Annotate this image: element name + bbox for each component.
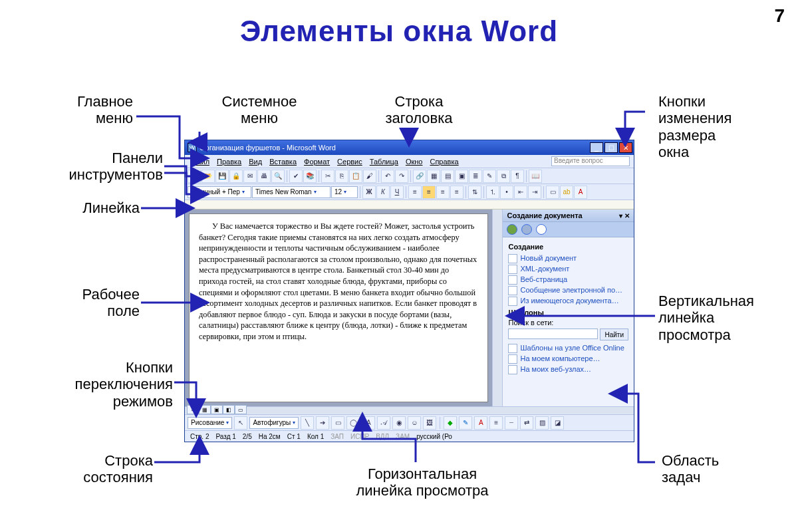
help-question-box[interactable]: Введите вопрос xyxy=(551,156,630,166)
diagram-icon[interactable]: ◉ xyxy=(392,416,406,430)
link-on-websites[interactable]: На моих веб-узлах… xyxy=(508,364,628,374)
open-icon[interactable]: 📂 xyxy=(201,170,215,183)
menu-tools[interactable]: Сервис xyxy=(334,157,365,166)
clipart-icon[interactable]: ☺ xyxy=(408,416,421,430)
font-color-icon[interactable]: A xyxy=(574,186,587,199)
normal-view-icon[interactable]: ≡ xyxy=(187,405,199,414)
align-left-icon[interactable]: ≡ xyxy=(408,186,422,199)
font-size-combo[interactable]: 12▾ xyxy=(331,186,358,198)
align-justify-icon[interactable]: ≡ xyxy=(450,186,464,199)
showall-icon[interactable]: ¶ xyxy=(511,170,524,183)
reading-view-icon[interactable]: ▭ xyxy=(235,405,247,414)
link-email[interactable]: Сообщение электронной по… xyxy=(508,285,628,295)
research-icon[interactable]: 📚 xyxy=(303,170,317,183)
copy-icon[interactable]: ⎘ xyxy=(335,170,348,183)
cut-icon[interactable]: ✂ xyxy=(321,170,334,183)
line-spacing-icon[interactable]: ⇅ xyxy=(468,186,481,199)
taskpane-close-icon[interactable]: ▾ ✕ xyxy=(619,212,630,219)
link-office-online[interactable]: Шаблоны на узле Office Online xyxy=(508,342,628,353)
bullets-icon[interactable]: • xyxy=(500,186,513,199)
oval-icon[interactable]: ◯ xyxy=(346,416,360,430)
outdent-icon[interactable]: ⇤ xyxy=(514,186,527,199)
menu-table[interactable]: Таблица xyxy=(367,157,401,166)
indent-icon[interactable]: ⇥ xyxy=(528,186,541,199)
insert-table-icon[interactable]: ▤ xyxy=(441,170,454,183)
font-combo[interactable]: Times New Roman▾ xyxy=(252,186,331,198)
rect-icon[interactable]: ▭ xyxy=(331,416,344,430)
underline-icon[interactable]: Ч xyxy=(390,186,404,199)
tables-borders-icon[interactable]: ▦ xyxy=(427,170,440,183)
line-color-icon[interactable]: ✎ xyxy=(459,416,472,430)
menu-format[interactable]: Формат xyxy=(301,157,332,166)
vertical-scrollbar[interactable] xyxy=(492,209,503,406)
read-icon[interactable]: 📖 xyxy=(529,170,542,183)
line-icon[interactable]: ╲ xyxy=(301,416,314,430)
italic-icon[interactable]: К xyxy=(376,186,390,199)
arrow-icon[interactable]: ➔ xyxy=(316,416,329,430)
dash-style-icon[interactable]: ┄ xyxy=(505,416,518,430)
highlight-icon[interactable]: ab xyxy=(560,186,573,199)
shadow-icon[interactable]: ▨ xyxy=(535,416,549,430)
forward-icon[interactable] xyxy=(521,224,532,235)
font-color-draw-icon[interactable]: A xyxy=(474,416,487,430)
picture-icon[interactable]: 🖼 xyxy=(423,416,436,430)
line-style-icon[interactable]: ≡ xyxy=(489,416,503,430)
app-icon[interactable]: W xyxy=(188,143,197,152)
undo-icon[interactable]: ↶ xyxy=(381,170,394,183)
arrow-style-icon[interactable]: ⇄ xyxy=(520,416,533,430)
redo-icon[interactable]: ↷ xyxy=(395,170,408,183)
link-new-doc[interactable]: Новый документ xyxy=(508,253,628,263)
preview-icon[interactable]: 🔍 xyxy=(271,170,285,183)
menu-help[interactable]: Справка xyxy=(427,157,461,166)
drawing-icon[interactable]: ✎ xyxy=(483,170,496,183)
mail-icon[interactable]: ✉ xyxy=(243,170,257,183)
menu-window[interactable]: Окно xyxy=(403,157,426,166)
menu-insert[interactable]: Вставка xyxy=(267,157,299,166)
format-painter-icon[interactable]: 🖌 xyxy=(363,170,376,183)
outline-view-icon[interactable]: ◧ xyxy=(223,405,235,414)
select-icon[interactable]: ↖ xyxy=(234,416,247,430)
hyperlink-icon[interactable]: 🔗 xyxy=(413,170,426,183)
ruler[interactable] xyxy=(185,200,634,209)
template-search-button[interactable]: Найти xyxy=(600,329,628,340)
docmap-icon[interactable]: ⧉ xyxy=(497,170,510,183)
minimize-button[interactable]: _ xyxy=(590,142,603,153)
3d-icon[interactable]: ◪ xyxy=(551,416,564,430)
title-bar[interactable]: W Организация фуршетов - Microsoft Word … xyxy=(185,140,634,155)
excel-icon[interactable]: ▣ xyxy=(455,170,468,183)
autoshapes-menu[interactable]: Автофигуры▾ xyxy=(249,417,299,429)
columns-icon[interactable]: ≣ xyxy=(469,170,482,183)
drawing-menu[interactable]: Рисование▾ xyxy=(188,417,232,429)
horizontal-scrollbar[interactable] xyxy=(185,406,634,414)
menu-file[interactable]: Файл xyxy=(189,157,212,166)
link-from-existing[interactable]: Из имеющегося документа… xyxy=(508,295,628,306)
link-webpage[interactable]: Веб-страница xyxy=(508,274,628,285)
link-on-computer[interactable]: На моем компьютере… xyxy=(508,353,628,364)
menu-view[interactable]: Вид xyxy=(246,157,265,166)
align-center-icon[interactable]: ≡ xyxy=(422,186,436,199)
link-xml-doc[interactable]: XML-документ xyxy=(508,263,628,274)
home-icon[interactable] xyxy=(536,224,547,235)
template-search-input[interactable] xyxy=(508,329,598,339)
print-view-icon[interactable]: ▣ xyxy=(211,405,223,414)
paste-icon[interactable]: 📋 xyxy=(349,170,362,183)
close-button[interactable]: ✕ xyxy=(619,142,632,153)
bold-icon[interactable]: Ж xyxy=(362,186,376,199)
web-view-icon[interactable]: ▦ xyxy=(199,405,211,414)
spell-icon[interactable]: ✔ xyxy=(289,170,303,183)
borders-icon[interactable]: ▭ xyxy=(546,186,559,199)
wordart-icon[interactable]: 𝒜 xyxy=(377,416,390,430)
style-combo[interactable]: Обычный + Пер▾ xyxy=(188,186,251,198)
numbering-icon[interactable]: ⒈ xyxy=(486,186,499,199)
textbox-icon[interactable]: A xyxy=(362,416,375,430)
maximize-button[interactable]: ☐ xyxy=(604,142,618,153)
align-right-icon[interactable]: ≡ xyxy=(436,186,450,199)
permission-icon[interactable]: 🔒 xyxy=(229,170,243,183)
menu-edit[interactable]: Правка xyxy=(214,157,244,166)
back-icon[interactable] xyxy=(507,224,517,235)
print-icon[interactable]: 🖶 xyxy=(257,170,271,183)
save-icon[interactable]: 💾 xyxy=(215,170,229,183)
new-icon[interactable]: □ xyxy=(188,170,201,183)
document-page[interactable]: У Вас намечается торжество и Вы ждете го… xyxy=(189,213,488,402)
fill-color-icon[interactable]: ◆ xyxy=(444,416,457,430)
